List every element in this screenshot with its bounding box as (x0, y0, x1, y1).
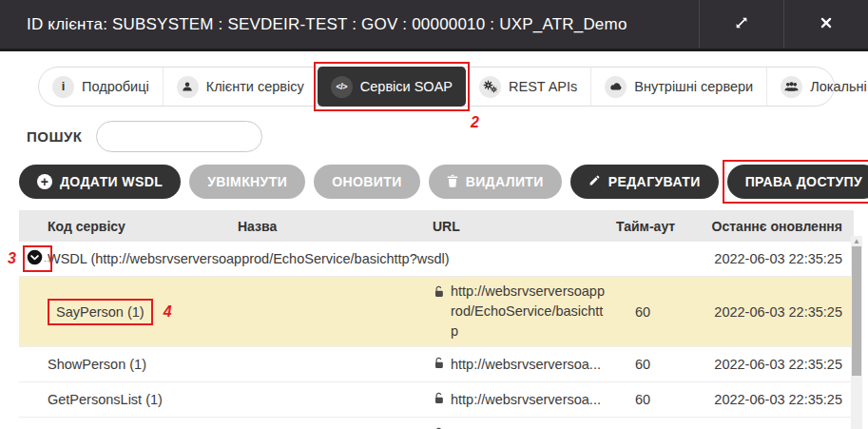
table-scrollbar[interactable]: ▲ (851, 236, 862, 429)
tab-internal-servers[interactable]: Внутрішні сервери (590, 68, 766, 106)
dialog-title: ID клієнта: SUBSYSTEM : SEVDEIR-TEST : G… (0, 0, 699, 49)
service-url: http://websrvserversoa... (451, 355, 601, 375)
trash-icon (447, 174, 458, 190)
table-row-echoperson[interactable]: EchoPerson (1) http://websrvserversoa...… (19, 418, 854, 429)
service-code-cell: SayPerson (1) 4 (48, 299, 238, 325)
wsdl-expander-cell: .. 3 (19, 245, 48, 272)
annotation-number-4: 4 (164, 303, 172, 321)
tab-label: Локальні групи (810, 79, 868, 94)
service-url-cell: http://websrvserversoa... (433, 355, 608, 375)
pencil-icon (588, 174, 601, 189)
service-timeout-cell: 60 (608, 392, 677, 407)
toolbar: + ДОДАТИ WSDL УВІМКНУТИ ОНОВИТИ ВИДАЛИТИ… (19, 165, 868, 199)
chevron-circle-down-icon (27, 249, 43, 268)
button-label: УВІМКНУТИ (207, 174, 287, 189)
service-updated-cell: 2022-06-03 22:35:25 (677, 357, 854, 372)
annotation-number-3: 3 (8, 250, 16, 267)
tab-label: Подробиці (82, 79, 149, 94)
service-timeout-cell: 60 (608, 304, 677, 320)
button-label: ВИДАЛИТИ (466, 174, 544, 189)
cloud-icon (605, 76, 627, 98)
column-header-name: Назва (238, 219, 433, 234)
service-timeout-cell: 60 (608, 357, 677, 372)
service-code: SayPerson (1) (56, 304, 145, 320)
service-code-cell: ShowPerson (1) (48, 357, 238, 372)
wsdl-row[interactable]: .. 3 WSDL (http://websrvserversoapprod/E… (19, 242, 854, 277)
dialog-titlebar: ID клієнта: SUBSYSTEM : SEVDEIR-TEST : G… (0, 0, 868, 51)
expand-button[interactable] (699, 0, 783, 49)
tab-local-groups[interactable]: Локальні групи (766, 68, 868, 106)
table-row-showperson[interactable]: ShowPerson (1) http://websrvserversoa...… (19, 347, 854, 382)
person-icon (177, 76, 199, 98)
service-updated-cell: 2022-06-03 22:35:25 (677, 304, 854, 320)
refresh-button[interactable]: ОНОВИТИ (314, 165, 419, 199)
service-url-cell: http://websrvserversoa... (433, 425, 608, 429)
button-label: ДОДАТИ WSDL (60, 174, 163, 189)
button-label: РЕДАГУВАТИ (608, 174, 701, 189)
expand-row-button[interactable]: .. 3 (23, 245, 52, 272)
unlock-icon (433, 357, 445, 372)
tab-label: Клієнти сервісу (206, 79, 304, 94)
scrollbar-thumb[interactable] (852, 246, 861, 376)
service-url-cell: http://websrvserversoapprod/EchoService/… (433, 282, 608, 341)
column-header-timeout: Тайм-аут (608, 219, 677, 234)
close-button[interactable] (783, 0, 868, 49)
service-code-cell: GetPersonsList (1) (48, 392, 238, 407)
tab-bar: i Подробиці Клієнти сервісу </> Сервіси … (38, 67, 835, 107)
tab-soap-services[interactable]: </> Сервіси SOAP 2 (318, 67, 466, 107)
add-wsdl-button[interactable]: + ДОДАТИ WSDL (19, 165, 181, 199)
scrollbar-up-arrow[interactable]: ▲ (851, 236, 862, 246)
search-row: ПОШУК (27, 121, 868, 152)
table-header: Код сервісу Назва URL Тайм-аут Останнє о… (19, 210, 854, 242)
close-icon (820, 16, 833, 33)
tab-rest-apis[interactable]: REST APIs (466, 68, 590, 106)
info-icon: i (52, 76, 74, 98)
service-url: http://websrvserversoapprod/EchoService/… (451, 282, 605, 341)
button-label: ОНОВИТИ (332, 174, 401, 189)
column-header-last-updated: Останнє оновлення (677, 219, 854, 234)
table-row-getpersonslist[interactable]: GetPersonsList (1) http://websrvserverso… (19, 382, 854, 418)
delete-button[interactable]: ВИДАЛИТИ (429, 165, 562, 199)
client-soap-services-dialog: ID клієнта: SUBSYSTEM : SEVDEIR-TEST : G… (0, 0, 868, 429)
edit-button[interactable]: РЕДАГУВАТИ (570, 165, 719, 199)
tab-service-clients[interactable]: Клієнти сервісу (163, 68, 318, 106)
plus-circle-icon: + (37, 174, 52, 189)
services-table: Код сервісу Назва URL Тайм-аут Останнє о… (19, 210, 854, 429)
service-updated-cell: 2022-06-03 22:35:25 (677, 392, 854, 407)
button-label: ПРАВА ДОСТУПУ (745, 174, 863, 189)
wsdl-row-text: WSDL (http://websrvserversoapprod/EchoSe… (48, 251, 608, 266)
annotation-number-2: 2 (471, 114, 479, 131)
expand-diagonal-icon (734, 15, 749, 34)
unlock-icon (433, 285, 445, 301)
search-input[interactable] (96, 121, 262, 152)
wsdl-row-updated: 2022-06-03 22:35:25 (677, 251, 854, 266)
tab-label: REST APIs (509, 79, 577, 94)
column-header-service-code: Код сервісу (48, 219, 238, 234)
group-icon (781, 76, 802, 98)
service-url: http://websrvserversoa... (451, 425, 601, 429)
service-url-cell: http://websrvserversoa... (433, 390, 608, 410)
access-rights-button[interactable]: ПРАВА ДОСТУПУ (727, 165, 868, 199)
column-header-url: URL (433, 219, 608, 234)
gears-icon (479, 76, 501, 98)
unlock-icon (433, 392, 445, 407)
tab-label: Внутрішні сервери (634, 79, 753, 94)
access-rights-button-wrap: ПРАВА ДОСТУПУ 5 (727, 165, 868, 199)
code-icon: </> (331, 76, 353, 98)
service-code-box: SayPerson (1) 4 (48, 299, 153, 325)
search-label: ПОШУК (27, 128, 83, 145)
tab-details[interactable]: i Подробиці (39, 68, 163, 106)
tab-label: Сервіси SOAP (360, 79, 453, 94)
service-url: http://websrvserversoa... (451, 390, 601, 410)
table-row-sayperson[interactable]: SayPerson (1) 4 http://websrvserversoapp… (19, 277, 854, 347)
enable-button[interactable]: УВІМКНУТИ (189, 165, 305, 199)
